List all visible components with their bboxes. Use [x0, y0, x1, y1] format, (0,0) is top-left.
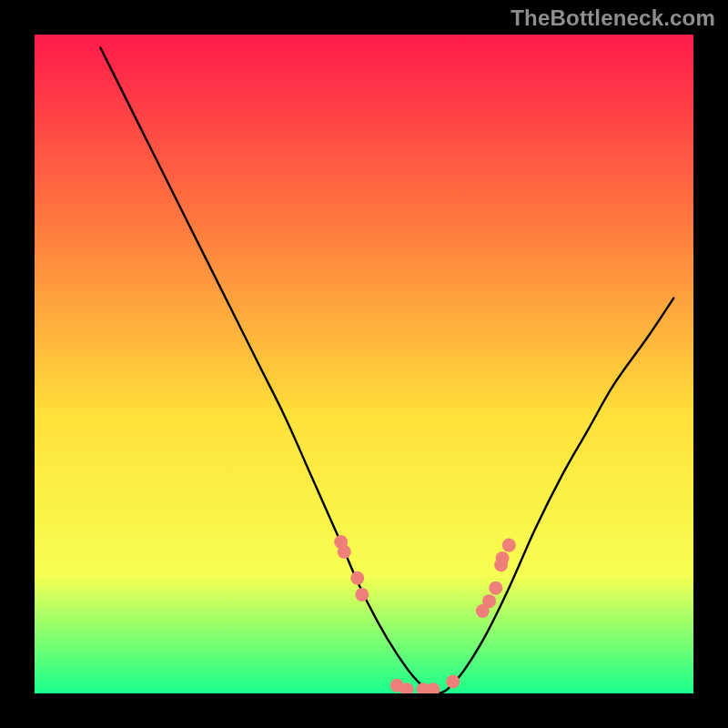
highlight-dot	[446, 674, 460, 688]
chart-frame: { "watermark": "TheBottleneck.com", "cha…	[0, 0, 728, 728]
highlight-dot	[489, 581, 502, 595]
highlight-dot	[338, 545, 351, 559]
highlight-dot	[482, 594, 496, 608]
bottleneck-chart	[0, 0, 728, 728]
highlight-dot	[502, 539, 516, 552]
highlight-dot	[427, 682, 440, 696]
highlight-dot	[355, 588, 369, 602]
highlight-dot	[400, 682, 414, 696]
highlight-dot	[496, 551, 510, 565]
highlight-dot	[350, 571, 364, 585]
watermark-text: TheBottleneck.com	[511, 5, 715, 31]
